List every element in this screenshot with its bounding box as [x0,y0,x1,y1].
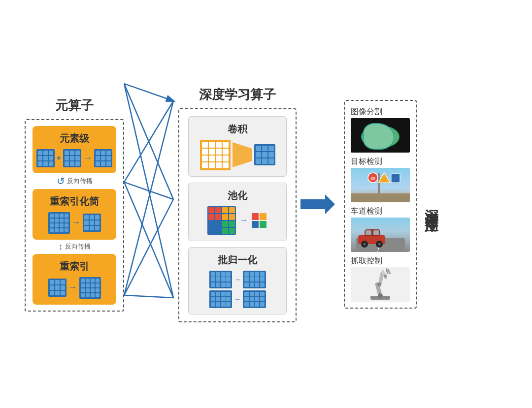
app-image-lane [351,218,410,252]
lane-svg [351,218,410,252]
svg-point-40 [377,282,381,286]
grid-icon-result [94,149,112,167]
op-card-reindex2-title: 重索引 [60,260,89,273]
bn-grid-top [209,271,233,288]
backprop-row-1: ↺ 反向传播 [57,175,93,187]
svg-marker-9 [233,142,252,167]
left-mid-area: 元算子 元素级 + [25,37,297,372]
conv-small-grid [254,144,275,165]
mid-dashed-box: 卷积 [178,108,297,322]
op-icons-element: + → [36,149,112,167]
app-item-segmentation: 图像分割 [351,107,410,153]
dl-card-bn-title: 批归一化 [218,253,257,267]
detection-svg: 20 [351,168,410,202]
dl-card-conv: 卷积 [188,116,287,177]
op-icons-reindex2: → [48,277,101,299]
grid-icon-left [36,149,55,167]
svg-point-29 [363,243,366,246]
pool-grid-result [251,212,267,229]
op-card-reindex: 重索引化简 → [33,189,116,240]
img-segmentation-visual [351,118,410,153]
grid-icon-small-left [48,279,66,297]
big-arrow-container [300,194,335,214]
app-label-detection: 目标检测 [351,157,410,167]
pool-illustration: → [207,206,267,235]
arrow-right-reindex2: → [68,282,77,293]
bn-row-2: ← [209,290,266,308]
conv-funnel-icon [233,141,252,168]
mid-column: 深度学习算子 卷积 [178,86,297,322]
app-item-robot: 抓取控制 [351,256,410,302]
arrow-right-element: → [83,153,92,163]
left-header: 元算子 [55,97,94,114]
bn-grid-bot-r [243,290,266,308]
right-dashed-box: 图像分割 [344,100,417,309]
bn-arrow-left-2: ← [234,295,241,303]
left-dashed-box: 元素级 + → [25,119,124,312]
left-column: 元算子 元素级 + [25,97,124,312]
updown-arrow-icon: ↕ [59,242,63,252]
svg-marker-10 [300,194,335,214]
pool-grid-input [207,206,236,235]
plus-symbol: + [57,154,61,162]
pool-arrow: → [239,215,248,225]
arrow-right-reindex: → [72,218,81,228]
svg-rect-11 [351,118,410,153]
conv-illustration [200,140,275,170]
svg-line-0 [124,84,173,101]
app-label-robot: 抓取控制 [351,256,410,266]
svg-rect-27 [373,230,379,235]
app-item-detection: 目标检测 [351,157,410,202]
op-card-element: 元素级 + → [33,126,116,173]
op-icons-reindex: → [48,212,101,234]
dl-card-conv-title: 卷积 [228,123,247,136]
dl-card-bn: 批归一化 ← [188,247,287,314]
bn-row-1: ← [209,271,266,288]
conv-big-grid [200,140,231,170]
bn-illustration: ← [209,271,266,308]
right-column: 图像分割 [344,100,417,309]
bn-grid-bot [209,290,233,308]
segmentation-svg [351,118,410,153]
grid-icon-right [63,149,81,167]
op-card-reindex-title: 重索引化简 [50,195,99,208]
main-diagram: 元算子 元素级 + [25,37,507,372]
app-label-segmentation: 图像分割 [351,107,410,117]
big-right-arrow [300,194,335,214]
bn-arrow-left-1: ← [234,276,241,283]
svg-rect-26 [366,230,371,235]
curved-arrow-icon: ↺ [57,175,65,187]
svg-rect-16 [378,173,380,194]
app-image-detection: 20 [351,168,410,202]
op-card-reindex2: 重索引 → [33,254,116,305]
app-image-segmentation [351,118,410,153]
svg-line-8 [124,295,173,298]
svg-point-41 [384,274,387,278]
dl-card-pool: 池化 → [188,183,287,241]
mid-header: 深度学习算子 [199,86,276,103]
svg-point-13 [369,129,387,141]
svg-point-12 [362,126,399,148]
dl-card-pool-title: 池化 [228,189,247,202]
grid-icon-large-result [79,277,101,299]
connector-svg [124,37,173,372]
side-label-dl-apps: 深度学习应用 [422,198,440,210]
app-image-robot [351,267,410,302]
backprop-label-1: 反向传播 [67,177,93,186]
svg-rect-15 [351,193,410,202]
svg-point-31 [378,243,381,246]
app-item-lane: 车道检测 [351,206,410,252]
bn-grid-top-r [243,271,266,288]
right-area: 图像分割 [339,100,440,309]
app-label-lane: 车道检测 [351,206,410,217]
backprop-row-2: ↕ 反向传播 [59,242,91,252]
robot-svg [351,267,410,302]
backprop-label-2: 反向传播 [65,242,91,251]
op-card-element-title: 元素级 [60,132,89,145]
svg-rect-20 [391,174,400,183]
grid-icon-large-left [48,212,70,234]
grid-icon-medium-result [83,214,101,232]
svg-point-39 [378,293,383,298]
svg-text:20: 20 [371,176,375,181]
